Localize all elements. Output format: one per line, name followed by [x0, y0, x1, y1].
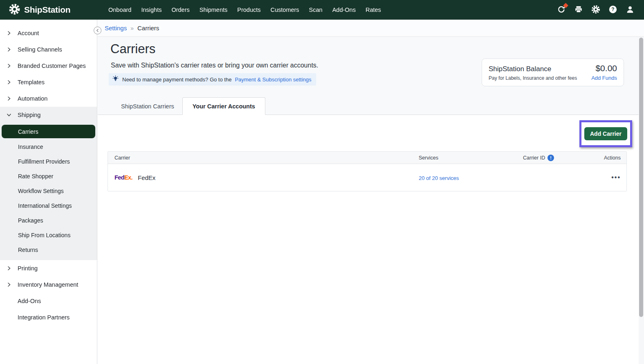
balance-amount: $0.00: [595, 63, 617, 73]
chevron-right-icon: [0, 96, 18, 101]
add-funds-link[interactable]: Add Funds: [591, 75, 617, 81]
table-row-fedex: FedEx. FedEx 20 of 20 services •••: [108, 164, 626, 191]
add-carrier-button[interactable]: Add Carrier: [584, 127, 627, 140]
sidebar-collapse-button[interactable]: [94, 27, 101, 34]
chevron-down-icon: [0, 112, 18, 117]
breadcrumb-separator: »: [130, 25, 134, 31]
sidebar-item-carriers[interactable]: Carriers: [2, 125, 95, 138]
chevron-right-icon: [0, 282, 18, 287]
navbar-icon-group: ?: [556, 0, 635, 20]
settings-sidebar: Account Selling Channels Branded Custome…: [0, 20, 97, 364]
table-header-row: Carrier Services Carrier ID ! Actions: [108, 152, 626, 164]
annotation-highlight-box: Add Carrier: [579, 120, 632, 147]
sidebar-shipping-group: Shipping Carriers Insurance Fulfillment …: [0, 107, 97, 260]
sidebar-item-workflow-settings[interactable]: Workflow Settings: [0, 184, 97, 198]
payment-settings-link[interactable]: Payment & Subscription settings: [235, 76, 311, 83]
sidebar-item-fulfillment-providers[interactable]: Fulfillment Providers: [0, 154, 97, 169]
sidebar-item-inventory-management[interactable]: Inventory Management: [0, 276, 97, 293]
balance-card: ShipStation Balance $0.00 Pay for Labels…: [482, 58, 624, 86]
fedex-logo: FedEx.: [114, 174, 132, 181]
print-button[interactable]: [574, 5, 583, 15]
your-carrier-accounts-panel: Add Carrier Carrier Services Carrier ID …: [98, 115, 644, 364]
sidebar-item-automation[interactable]: Automation: [0, 90, 97, 107]
column-carrier: Carrier: [108, 155, 419, 161]
column-services: Services: [419, 155, 523, 161]
nav-add-ons[interactable]: Add-Ons: [332, 5, 356, 15]
top-navbar: ShipStation Onboard Insights Orders Ship…: [0, 0, 644, 20]
page-header: Carriers Save with ShipStation's carrier…: [98, 37, 644, 115]
balance-title: ShipStation Balance: [489, 65, 551, 73]
account-button[interactable]: [625, 5, 635, 15]
nav-customers[interactable]: Customers: [271, 5, 299, 15]
sidebar-item-returns[interactable]: Returns: [0, 243, 97, 257]
chevron-right-icon: [0, 47, 18, 52]
user-icon: [626, 5, 635, 15]
column-carrier-id: Carrier ID !: [523, 155, 580, 161]
sidebar-item-templates[interactable]: Templates: [0, 74, 97, 90]
chevron-right-icon: [0, 31, 18, 36]
actions-cell: •••: [580, 174, 626, 181]
balance-description: Pay for Labels, Insurance and other fees: [489, 75, 577, 81]
chevron-right-icon: [0, 63, 18, 68]
nav-onboard[interactable]: Onboard: [108, 5, 131, 15]
settings-button[interactable]: [591, 5, 601, 15]
carrier-tabs: ShipStation Carriers Your Carrier Accoun…: [113, 97, 265, 115]
page-subtitle: Save with ShipStation's carrier rates or…: [111, 62, 318, 69]
help-button[interactable]: ?: [608, 5, 618, 15]
payment-tip-text: Need to manage payment methods? Go to th…: [122, 76, 231, 83]
breadcrumb-settings-link[interactable]: Settings: [105, 25, 127, 31]
nav-shipments[interactable]: Shipments: [200, 5, 228, 15]
sidebar-item-ship-from-locations[interactable]: Ship From Locations: [0, 228, 97, 243]
scrollbar-thumb[interactable]: [639, 38, 643, 317]
sidebar-item-packages[interactable]: Packages: [0, 213, 97, 228]
column-actions: Actions: [580, 155, 626, 161]
help-icon: ?: [608, 5, 617, 15]
services-cell: 20 of 20 services: [419, 174, 523, 181]
nav-orders[interactable]: Orders: [171, 5, 189, 15]
chevron-left-icon: [96, 27, 99, 34]
nav-products[interactable]: Products: [237, 5, 260, 15]
lightbulb-icon: [112, 75, 119, 83]
page-title: Carriers: [110, 42, 155, 56]
shipstation-brand[interactable]: ShipStation: [0, 4, 70, 16]
svg-text:?: ?: [611, 7, 614, 12]
brand-name: ShipStation: [24, 5, 70, 15]
nav-rates[interactable]: Rates: [366, 5, 381, 15]
info-icon[interactable]: !: [548, 155, 554, 161]
sidebar-item-printing[interactable]: Printing: [0, 260, 97, 276]
refresh-button[interactable]: [556, 5, 566, 15]
breadcrumb-current: Carriers: [137, 25, 159, 31]
sidebar-item-international-settings[interactable]: International Settings: [0, 198, 97, 213]
sidebar-item-integration-partners[interactable]: Integration Partners: [0, 309, 97, 326]
tab-your-carrier-accounts[interactable]: Your Carrier Accounts: [182, 97, 265, 115]
sidebar-item-insurance[interactable]: Insurance: [0, 139, 97, 154]
sidebar-item-branded-customer-pages[interactable]: Branded Customer Pages: [0, 58, 97, 74]
carrier-name: FedEx: [138, 174, 155, 181]
services-link[interactable]: 20 of 20 services: [419, 175, 459, 181]
printer-icon: [574, 5, 583, 15]
chevron-right-icon: [0, 266, 18, 271]
gear-icon: [591, 5, 600, 15]
nav-scan[interactable]: Scan: [309, 5, 323, 15]
carriers-table: Carrier Services Carrier ID ! Actions Fe…: [108, 151, 627, 191]
sidebar-item-rate-shopper[interactable]: Rate Shopper: [0, 169, 97, 184]
breadcrumb: Settings » Carriers: [98, 20, 644, 37]
nav-insights[interactable]: Insights: [141, 5, 162, 15]
primary-nav: Onboard Insights Orders Shipments Produc…: [108, 5, 381, 15]
payment-tip-banner: Need to manage payment methods? Go to th…: [109, 73, 316, 85]
sidebar-item-shipping[interactable]: Shipping: [0, 107, 97, 123]
carrier-cell: FedEx. FedEx: [108, 174, 419, 181]
sidebar-item-add-ons[interactable]: Add-Ons: [0, 293, 97, 309]
main-content: Settings » Carriers Carriers Save with S…: [98, 20, 644, 364]
vertical-scrollbar: [639, 37, 644, 364]
row-actions-menu-button[interactable]: •••: [611, 174, 621, 181]
tab-shipstation-carriers[interactable]: ShipStation Carriers: [113, 97, 182, 115]
chevron-right-icon: [0, 80, 18, 85]
sidebar-item-selling-channels[interactable]: Selling Channels: [0, 41, 97, 58]
sidebar-item-account[interactable]: Account: [0, 25, 97, 41]
shipstation-logo-icon: [9, 4, 20, 16]
